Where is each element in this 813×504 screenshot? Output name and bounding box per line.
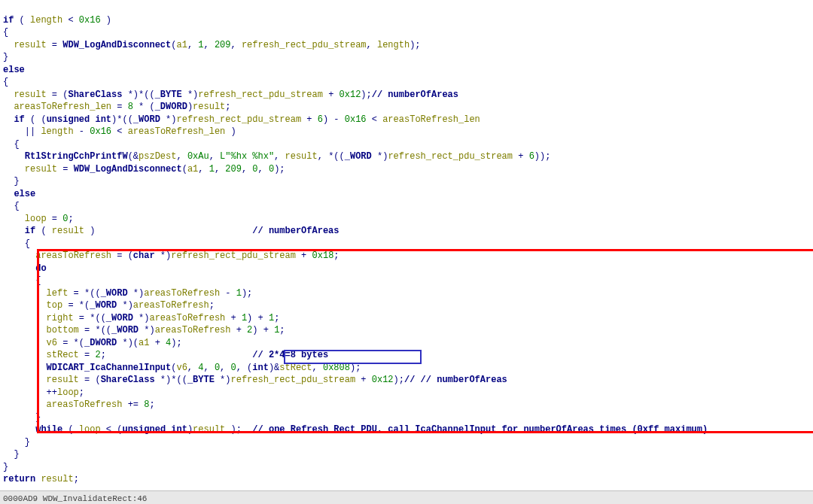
line: loop = 0; (3, 214, 74, 224)
line: } (3, 412, 41, 423)
line: { (3, 27, 8, 38)
line: right = *((_WORD *)areasToRefresh + 1) +… (3, 313, 279, 323)
line: } (3, 176, 20, 187)
line: } (3, 449, 20, 460)
line: { (3, 139, 20, 150)
line: do (3, 263, 47, 274)
line: { (3, 238, 30, 249)
line: } (3, 462, 8, 472)
line: bottom = *((_WORD *)areasToRefresh + 2) … (3, 325, 285, 335)
line: result = WDW_LogAndDisconnect(a1, 1, 209… (3, 40, 421, 50)
line: else (3, 189, 35, 199)
line: return result; (3, 474, 79, 484)
line: stRect = 2; // 2*4=8 bytes (3, 350, 328, 360)
line: if ( (unsigned int)*((_WORD *)refresh_re… (3, 114, 480, 125)
line: while ( loop < (unsigned int)result ); /… (3, 424, 708, 435)
line: areasToRefresh_len = 8 * (_DWORD)result; (3, 102, 231, 112)
line: || length - 0x16 < areasToRefresh_len ) (3, 126, 236, 137)
line: areasToRefresh = (char *)refresh_rect_pd… (3, 250, 340, 261)
line: WDICART_IcaChannelInput(v6, 4, 0, 0, (in… (3, 363, 361, 373)
status-bar: 0000AD9 WDW_InvalidateRect:46 (0, 490, 813, 504)
line: } (3, 52, 8, 62)
line: if ( result ) // numberOfAreas (3, 226, 340, 236)
line: areasToRefresh += 8; (3, 399, 155, 410)
line: { (3, 201, 20, 211)
decompiled-code-view: if ( length < 0x16 ) { result = WDW_LogA… (0, 0, 813, 487)
line: top = *(_WORD *)areasToRefresh; (3, 300, 215, 311)
line: left = *((_WORD *)areasToRefresh - 1); (3, 288, 252, 299)
status-address: 0000AD9 WDW_InvalidateRect:46 (3, 494, 147, 503)
line: else (3, 65, 25, 75)
line: v6 = *(_DWORD *)(a1 + 4); (3, 338, 182, 348)
line: result = WDW_LogAndDisconnect(a1, 1, 209… (3, 164, 285, 175)
line: RtlStringCchPrintfW(&pszDest, 0xAu, L"%h… (3, 151, 550, 162)
line: { (3, 77, 8, 87)
line: ++loop; (3, 387, 84, 398)
line: } (3, 437, 30, 448)
line: if ( length < 0x16 ) (3, 15, 111, 26)
line: result = (ShareClass *)*((_BYTE *)refres… (3, 375, 507, 385)
line: result = (ShareClass *)*((_BYTE *)refres… (3, 90, 458, 100)
line: { (3, 275, 41, 286)
